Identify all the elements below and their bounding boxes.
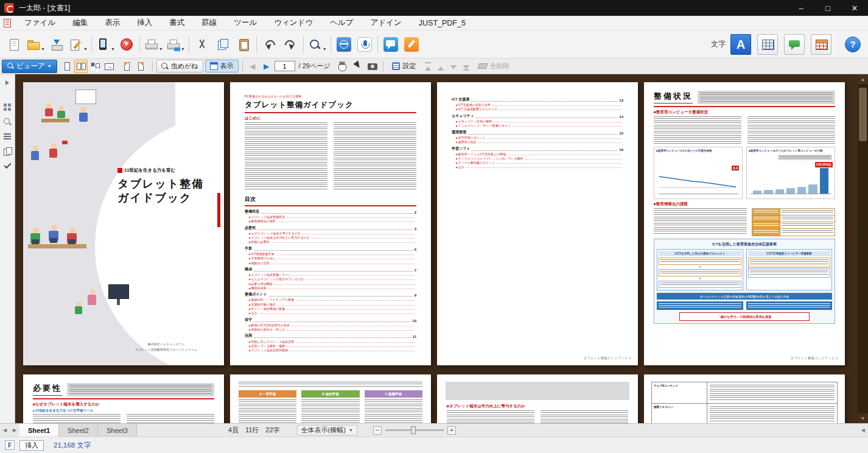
undo-button[interactable]: ▼ <box>259 33 280 56</box>
document-page-6[interactable]: A 一斉学習 B 個別学習 C 協働学習 <box>230 374 431 423</box>
document-page-3[interactable]: ICT 支援員 13 ICT支援員の役割と効果 ICT 支援員配置モデルケース <box>437 82 638 365</box>
document-page-8[interactable]: ウェブ&コンテンツ 情報リテラシー <box>644 374 845 423</box>
menu-item[interactable]: 挿入 <box>128 16 161 30</box>
open-file-button[interactable]: ▼ <box>24 33 46 56</box>
scroll-down-button[interactable]: ▼ <box>858 413 868 423</box>
menu-item[interactable]: 罫線 <box>193 16 225 30</box>
sheet-tab[interactable]: Sheet3 <box>98 424 137 437</box>
viewer-mode-dropdown[interactable]: ビューア ▼ <box>2 60 57 73</box>
scroll-up-button[interactable]: ▲ <box>858 74 868 84</box>
copy-button[interactable]: ▼ <box>212 33 233 56</box>
view-thumbnail-grid-button[interactable] <box>88 60 102 73</box>
save-button[interactable]: ▼ <box>46 33 67 56</box>
table-mode-button[interactable] <box>757 34 778 55</box>
previous-page-button[interactable]: ◀ <box>247 60 259 72</box>
document-page-2[interactable]: PC整備されるみなさまへのお役立ち情報 タブレット整備ガイドブック はじめに 目… <box>230 82 431 365</box>
comment-button[interactable]: ▼ <box>380 33 401 56</box>
text-mode-button[interactable]: A <box>730 34 751 55</box>
settings-button[interactable]: 設定 <box>387 60 421 72</box>
collapse-panel-arrow[interactable]: ◀ <box>861 427 865 433</box>
maximize-button[interactable]: □ <box>814 0 841 16</box>
hand-tool-button[interactable] <box>335 60 349 73</box>
new-document-button[interactable]: ▼ <box>4 33 24 56</box>
magnifier-tool-button[interactable]: 虫めがね <box>156 60 203 72</box>
page-number-input[interactable] <box>275 61 295 71</box>
last-page-button[interactable] <box>134 60 147 73</box>
move-to-bottom-button[interactable] <box>461 60 472 72</box>
display-toggle-button[interactable]: 表示 <box>205 60 239 72</box>
menu-item[interactable]: 表示 <box>96 16 128 30</box>
knowledge-search-button[interactable]: ▼ <box>334 33 354 56</box>
mobile-view-button[interactable]: ▼ <box>94 33 116 56</box>
zoom-slider-thumb[interactable] <box>411 426 416 434</box>
move-up-button[interactable] <box>435 60 446 72</box>
view-mode-dropdown[interactable]: 全体表示(横幅) ▼ <box>297 425 357 435</box>
toc-entry: 故障等の対応 <box>452 140 623 144</box>
navigation-button[interactable]: ▼ <box>116 33 137 56</box>
move-down-button[interactable] <box>448 60 459 72</box>
cut-button[interactable]: ▼ <box>192 33 212 56</box>
vertical-scrollbar[interactable]: ▲ ▼ <box>858 74 868 423</box>
zoom-slider[interactable] <box>385 429 444 431</box>
paste-button[interactable]: ▼ <box>233 33 254 56</box>
thumbnail-panel-button[interactable] <box>0 100 15 114</box>
diagram-sub-box <box>657 301 743 310</box>
toc-entry: 研修の必要性 <box>245 240 416 244</box>
menu-item[interactable]: JUST_PDF_5 <box>410 16 474 30</box>
view-facing-pages-button[interactable] <box>74 60 88 73</box>
redo-button[interactable]: ▼ <box>280 33 301 56</box>
menu-item[interactable]: ツール <box>225 16 265 30</box>
search-panel-button[interactable] <box>0 114 15 129</box>
menu-item[interactable]: ウィンドウ <box>265 16 321 30</box>
menu-item[interactable]: ヘルプ <box>321 16 362 30</box>
delete-all-button[interactable]: 全削除 <box>474 60 514 72</box>
first-page-button[interactable] <box>120 60 133 73</box>
select-tool-button[interactable] <box>351 60 364 73</box>
snapshot-tool-button[interactable] <box>366 60 379 73</box>
toc-entry: 無線LAN・ソフトウェアの整備 <box>245 298 416 301</box>
toc-entry: ICT支援員の役割と効果 <box>452 103 623 107</box>
sheet-tab[interactable]: Sheet1 <box>19 424 59 437</box>
menu-item[interactable]: 書式 <box>161 16 193 30</box>
move-to-top-button[interactable] <box>422 60 433 72</box>
zoom-in-button[interactable]: + <box>447 426 456 435</box>
insert-mode-indicator[interactable]: 挿入 <box>19 440 44 451</box>
document-page-7[interactable]: ■タブレット端末は学力向上に寄与するのか <box>437 374 638 423</box>
chevron-down-icon: ▼ <box>349 428 353 432</box>
pages-panel-button[interactable] <box>0 144 15 158</box>
help-button[interactable]: ? <box>845 37 861 52</box>
document-page-4[interactable]: 整備状況 ■教育用コンピュータ整備状況 ■教育用コンピュータ1台当たりの児童生徒… <box>644 82 845 365</box>
next-page-button[interactable]: ▶ <box>261 60 273 72</box>
document-page-5[interactable]: 必要性 ■なぜタブレット端末を導入するのか 21世紀を生きる力をつける学習ツール <box>23 374 224 423</box>
print-settings-button[interactable]: ▼ <box>164 33 186 56</box>
toc-entry: 整備状況 2 <box>245 209 416 214</box>
application-window: 一太郎 - [文書1] – □ ✕ ファイル編集表示挿入書式罫線ツールウィンドウ… <box>0 0 868 453</box>
sheet-next-button[interactable]: ▶ <box>10 424 19 437</box>
zoom-out-button[interactable]: − <box>373 426 382 435</box>
zoom-button[interactable]: ▼ <box>306 33 328 56</box>
close-button[interactable]: ✕ <box>841 0 868 16</box>
red-rule <box>245 205 416 206</box>
view-fit-width-button[interactable] <box>102 60 116 73</box>
sheet-tab[interactable]: Sheet2 <box>59 424 98 437</box>
handwriting-button[interactable]: ▼ <box>401 33 422 56</box>
menu-item[interactable]: ファイル <box>16 16 64 30</box>
check-panel-button[interactable] <box>0 158 15 173</box>
tools-palette-button[interactable] <box>811 34 831 55</box>
menu-item[interactable]: アドイン <box>362 16 410 30</box>
scrollbar-thumb[interactable] <box>859 88 867 141</box>
menu-item[interactable]: 編集 <box>64 16 96 30</box>
document-page-cover[interactable]: 21世紀を生きる力を育む タブレット整備 ガイドブック 株式会社ジャストシステム… <box>23 82 224 365</box>
edit-tools-button[interactable]: ▼ <box>67 33 89 56</box>
minimize-button[interactable]: – <box>788 0 814 16</box>
voice-input-button[interactable]: ▼ <box>354 33 375 56</box>
collapse-panel-button[interactable] <box>0 76 15 90</box>
outline-panel-button[interactable] <box>0 129 15 144</box>
comment-mode-button[interactable] <box>784 34 805 55</box>
toc-entry: セキュリティ対策の種類 <box>452 119 623 123</box>
document-viewer-area[interactable]: 21世紀を生きる力を育む タブレット整備 ガイドブック 株式会社ジャストシステム… <box>15 74 868 423</box>
sheet-prev-button[interactable]: ◀ <box>0 424 10 437</box>
toc-entry: 運用管理 15 <box>452 130 623 135</box>
view-single-page-button[interactable] <box>60 60 74 73</box>
print-button[interactable]: ▼ <box>142 33 164 56</box>
